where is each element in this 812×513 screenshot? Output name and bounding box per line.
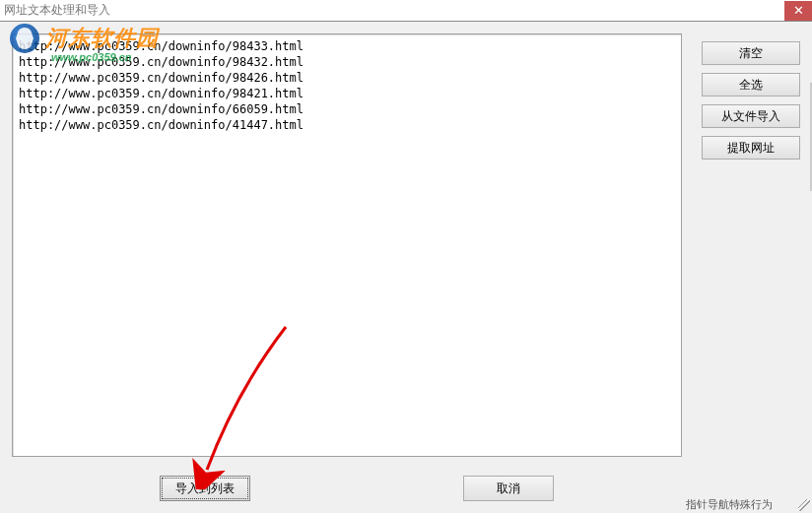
import-to-list-button[interactable]: 导入到列表 [160, 476, 250, 501]
extract-urls-button[interactable]: 提取网址 [702, 136, 800, 160]
clear-label: 清空 [739, 45, 763, 62]
import-to-list-label: 导入到列表 [175, 481, 235, 497]
title-bar: 网址文本处理和导入 ✕ [0, 0, 812, 22]
side-button-group: 清空 全选 从文件导入 提取网址 [702, 41, 800, 160]
import-from-file-button[interactable]: 从文件导入 [702, 104, 800, 128]
status-text: 指针导航特殊行为 [686, 497, 773, 512]
cancel-button[interactable]: 取消 [463, 476, 554, 501]
cancel-label: 取消 [497, 481, 520, 497]
import-file-label: 从文件导入 [721, 108, 780, 125]
close-button[interactable]: ✕ [784, 1, 812, 21]
extract-urls-label: 提取网址 [727, 140, 775, 157]
select-all-button[interactable]: 全选 [702, 73, 800, 96]
select-all-label: 全选 [739, 77, 763, 94]
dialog-body: http://www.pc0359.cn/downinfo/98433.html… [0, 22, 812, 513]
close-icon: ✕ [793, 3, 804, 18]
window-title: 网址文本处理和导入 [4, 2, 110, 19]
url-textarea[interactable]: http://www.pc0359.cn/downinfo/98433.html… [12, 33, 682, 457]
resize-grip-icon[interactable] [798, 499, 810, 511]
clear-button[interactable]: 清空 [702, 41, 800, 65]
